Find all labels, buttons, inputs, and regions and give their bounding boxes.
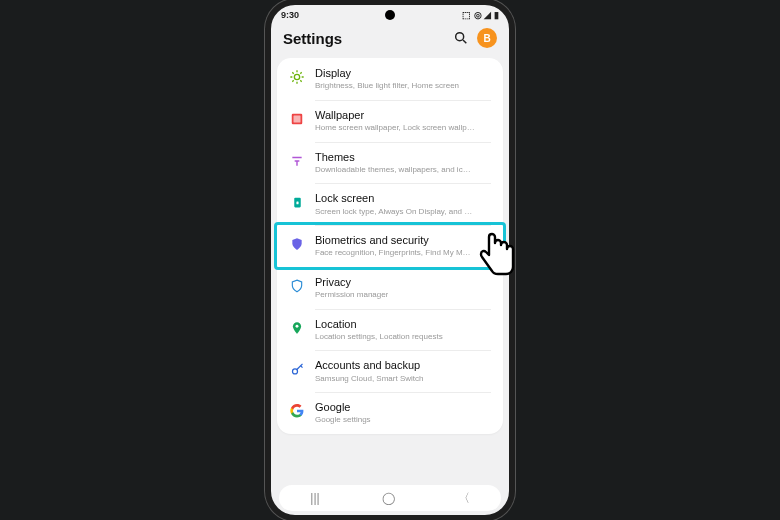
settings-item-lock-screen[interactable]: Lock screen Screen lock type, Always On … xyxy=(277,183,503,225)
app-header: Settings B xyxy=(271,22,509,58)
item-subtitle: Location settings, Location requests xyxy=(315,332,443,342)
nav-bar: ||| ◯ 〈 xyxy=(279,485,501,511)
front-camera xyxy=(385,10,395,20)
search-icon[interactable] xyxy=(453,30,469,46)
page-title: Settings xyxy=(283,30,342,47)
svg-line-1 xyxy=(463,40,466,43)
settings-list: Display Brightness, Blue light filter, H… xyxy=(277,58,503,434)
nav-back-button[interactable]: 〈 xyxy=(458,490,470,507)
svg-rect-17 xyxy=(296,202,298,205)
item-subtitle: Brightness, Blue light filter, Home scre… xyxy=(315,81,459,91)
svg-line-10 xyxy=(292,80,293,81)
shield-outline-icon xyxy=(289,278,305,294)
item-title: Privacy xyxy=(315,276,388,289)
item-subtitle: Samsung Cloud, Smart Switch xyxy=(315,374,424,384)
item-title: Biometrics and security xyxy=(315,234,475,247)
settings-item-accounts-backup[interactable]: Accounts and backup Samsung Cloud, Smart… xyxy=(277,350,503,392)
item-title: Google xyxy=(315,401,371,414)
hand-cursor-icon xyxy=(475,231,519,283)
key-icon xyxy=(289,361,305,377)
svg-line-21 xyxy=(300,366,302,368)
svg-point-0 xyxy=(456,33,464,41)
item-subtitle: Permission manager xyxy=(315,290,388,300)
item-subtitle: Downloadable themes, wallpapers, and ico… xyxy=(315,165,475,175)
svg-line-7 xyxy=(292,72,293,73)
status-time: 9:30 xyxy=(281,10,299,20)
pin-icon xyxy=(289,320,305,336)
svg-point-19 xyxy=(292,369,297,374)
settings-item-display[interactable]: Display Brightness, Blue light filter, H… xyxy=(277,58,503,100)
item-title: Accounts and backup xyxy=(315,359,424,372)
avatar-initial: B xyxy=(483,33,490,44)
svg-line-9 xyxy=(300,72,301,73)
item-title: Location xyxy=(315,318,443,331)
svg-rect-12 xyxy=(294,115,301,122)
settings-item-google[interactable]: Google Google settings xyxy=(277,392,503,434)
settings-item-location[interactable]: Location Location settings, Location req… xyxy=(277,309,503,351)
item-subtitle: Face recognition, Fingerprints, Find My … xyxy=(315,248,475,258)
settings-item-themes[interactable]: Themes Downloadable themes, wallpapers, … xyxy=(277,142,503,184)
status-right: ⬚ ◎ ◢ ▮ xyxy=(462,10,499,20)
item-subtitle: Home screen wallpaper, Lock screen wallp… xyxy=(315,123,475,133)
item-title: Display xyxy=(315,67,459,80)
svg-point-18 xyxy=(296,324,299,327)
item-title: Themes xyxy=(315,151,475,164)
lock-icon xyxy=(289,194,305,210)
nav-home-button[interactable]: ◯ xyxy=(382,491,395,505)
settings-item-wallpaper[interactable]: Wallpaper Home screen wallpaper, Lock sc… xyxy=(277,100,503,142)
item-title: Lock screen xyxy=(315,192,475,205)
item-title: Wallpaper xyxy=(315,109,475,122)
svg-line-8 xyxy=(300,80,301,81)
settings-item-privacy[interactable]: Privacy Permission manager xyxy=(277,267,503,309)
item-subtitle: Screen lock type, Always On Display, and… xyxy=(315,207,475,217)
shield-icon xyxy=(289,236,305,252)
settings-item-biometrics-security[interactable]: Biometrics and security Face recognition… xyxy=(277,225,503,267)
nav-recent-button[interactable]: ||| xyxy=(310,491,319,505)
item-subtitle: Google settings xyxy=(315,415,371,425)
profile-avatar[interactable]: B xyxy=(477,28,497,48)
google-icon xyxy=(289,403,305,419)
sun-icon xyxy=(289,69,305,85)
svg-point-2 xyxy=(294,74,299,79)
palette-icon xyxy=(289,153,305,169)
image-icon xyxy=(289,111,305,127)
